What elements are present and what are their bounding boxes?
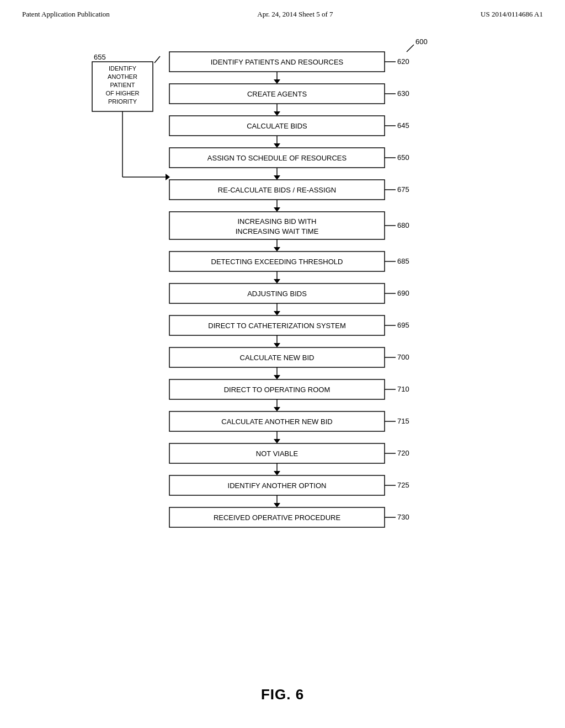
svg-text:630: 630: [397, 89, 409, 98]
svg-text:DETECTING EXCEEDING THRESHOLD: DETECTING EXCEEDING THRESHOLD: [211, 258, 343, 266]
svg-line-7: [154, 56, 160, 63]
svg-text:RECEIVED OPERATIVE PROCEDURE: RECEIVED OPERATIVE PROCEDURE: [214, 513, 341, 522]
svg-text:650: 650: [397, 153, 409, 162]
svg-text:IDENTIFY: IDENTIFY: [109, 65, 137, 72]
page-header: Patent Application Publication Apr. 24, …: [0, 0, 565, 24]
svg-text:715: 715: [397, 417, 409, 425]
header-left: Patent Application Publication: [22, 10, 110, 19]
svg-text:RE-CALCULATE BIDS / RE-ASSIGN: RE-CALCULATE BIDS / RE-ASSIGN: [218, 186, 336, 194]
svg-text:710: 710: [397, 385, 409, 393]
svg-text:INCREASING WAIT TIME: INCREASING WAIT TIME: [236, 227, 319, 235]
svg-marker-97: [274, 503, 280, 507]
svg-text:IDENTIFY ANOTHER  OPTION: IDENTIFY ANOTHER OPTION: [228, 481, 327, 490]
svg-marker-73: [274, 375, 280, 379]
svg-text:690: 690: [397, 289, 409, 297]
svg-text:725: 725: [397, 481, 409, 489]
svg-text:NOT VIABLE: NOT VIABLE: [256, 449, 299, 458]
svg-marker-79: [274, 407, 280, 411]
figure-caption: FIG. 6: [261, 686, 304, 703]
svg-marker-91: [274, 471, 280, 475]
svg-text:620: 620: [397, 57, 409, 66]
svg-text:600: 600: [415, 38, 428, 46]
svg-marker-61: [274, 311, 280, 315]
svg-text:695: 695: [397, 321, 409, 329]
svg-text:645: 645: [397, 121, 409, 130]
svg-marker-21: [274, 111, 280, 116]
svg-text:DIRECT TO  OPERATING  ROOM: DIRECT TO OPERATING ROOM: [224, 386, 331, 394]
svg-text:DIRECT TO  CATHETERIZATION  SY: DIRECT TO CATHETERIZATION SYSTEM: [208, 322, 345, 330]
svg-line-12: [407, 45, 414, 52]
svg-text:685: 685: [397, 257, 409, 265]
header-right: US 2014/0114686 A1: [481, 10, 543, 19]
svg-text:675: 675: [397, 185, 409, 194]
svg-text:655: 655: [94, 53, 106, 61]
diagram-container: IDENTIFY ANOTHER PATIENT OF HIGHER PRIOR…: [0, 24, 565, 714]
svg-text:CALCULATE BIDS: CALCULATE BIDS: [247, 122, 307, 130]
svg-text:PATIENT: PATIENT: [110, 82, 135, 88]
svg-text:730: 730: [397, 513, 409, 521]
svg-marker-67: [274, 343, 280, 347]
svg-text:720: 720: [397, 449, 409, 457]
svg-text:IDENTIFY PATIENTS AND RESOURCE: IDENTIFY PATIENTS AND RESOURCES: [211, 58, 344, 66]
svg-marker-34: [166, 174, 170, 180]
svg-text:700: 700: [397, 353, 409, 361]
svg-text:680: 680: [397, 221, 409, 229]
svg-text:CREATE AGENTS: CREATE AGENTS: [247, 90, 307, 98]
svg-marker-15: [274, 79, 280, 84]
svg-marker-49: [274, 247, 280, 251]
svg-text:CALCULATE ANOTHER NEW  BID: CALCULATE ANOTHER NEW BID: [221, 417, 332, 426]
svg-text:ADJUSTING BIDS: ADJUSTING BIDS: [247, 290, 307, 298]
flowchart-svg: IDENTIFY ANOTHER PATIENT OF HIGHER PRIOR…: [89, 35, 476, 675]
svg-marker-27: [274, 143, 280, 148]
svg-marker-36: [274, 175, 280, 180]
svg-marker-55: [274, 279, 280, 283]
header-center: Apr. 24, 2014 Sheet 5 of 7: [257, 10, 333, 19]
svg-text:ANOTHER: ANOTHER: [108, 73, 137, 80]
svg-marker-42: [274, 207, 280, 212]
svg-text:CALCULATE NEW  BID: CALCULATE NEW BID: [240, 354, 315, 362]
svg-text:PRIORITY: PRIORITY: [108, 98, 137, 105]
svg-text:OF HIGHER: OF HIGHER: [105, 90, 139, 97]
svg-marker-85: [274, 439, 280, 443]
svg-text:INCREASING BID WITH: INCREASING BID WITH: [237, 217, 316, 226]
svg-text:ASSIGN TO SCHEDULE OF RESOURCE: ASSIGN TO SCHEDULE OF RESOURCES: [207, 154, 347, 162]
